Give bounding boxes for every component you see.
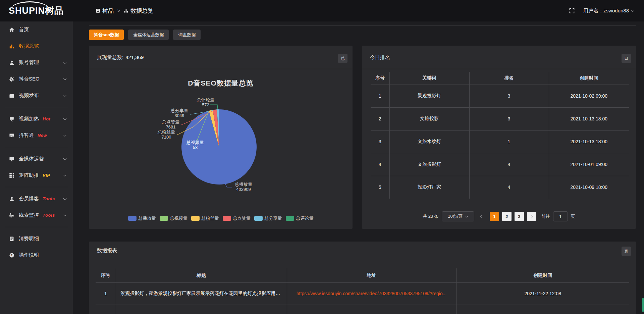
app-root: SHUPIN树品 树品>数据总览 用户名：zswodun88 首页数据总览账号管…: [0, 0, 644, 314]
gear-icon: [9, 76, 14, 82]
sidebar-item-抖音SEO[interactable]: 抖音SEO: [0, 71, 73, 87]
legend-label: 总点赞量: [233, 215, 251, 221]
table-row[interactable]: 5投影灯厂家42021-10-09 18:00: [371, 176, 629, 199]
scrollbar-thumb[interactable]: [642, 298, 644, 312]
report-panel-header: 数据报表 表: [89, 242, 636, 261]
sidebar-item-label: 抖客通: [19, 132, 34, 139]
legend-item-总视频量[interactable]: 总视频量: [160, 215, 187, 221]
table-cell: 文旅投影: [389, 107, 469, 130]
column-header: 排名: [469, 72, 549, 85]
chevron-down-icon: [63, 117, 67, 120]
table-cell: 投影灯厂家: [389, 176, 469, 199]
sidebar-item-线索监控[interactable]: 线索监控Tools: [0, 207, 73, 223]
legend-label: 总粉丝量: [202, 215, 219, 221]
page-size-select[interactable]: 10条/页: [442, 211, 474, 221]
sidebar-item-账号管理[interactable]: 账号管理: [0, 54, 73, 71]
table-cell: 4: [469, 153, 549, 176]
chevron-down-icon: [63, 60, 67, 64]
sidebar-item-label: 视频加热: [19, 116, 39, 122]
grid-icon: [9, 173, 14, 178]
page-buttons: 123: [490, 212, 524, 221]
sidebar-item-label: 全媒体运营: [19, 156, 44, 162]
table-row[interactable]: 3文旅水纹灯12021-10-13 18:00: [371, 130, 629, 153]
pie-label-fans: 总粉丝量 7100: [152, 129, 181, 140]
sidebar-item-label: 账号管理: [19, 59, 39, 66]
legend-item-总评论量[interactable]: 总评论量: [286, 215, 314, 221]
chevron-down-icon: [63, 173, 67, 176]
page-button-1[interactable]: 1: [490, 212, 499, 221]
chart-bar-icon: [9, 44, 14, 49]
sidebar-item-消费明细[interactable]: 消费明细: [0, 230, 73, 247]
chevron-down-icon: [63, 213, 67, 216]
prev-page-button[interactable]: [477, 212, 487, 221]
report-link[interactable]: https://www.iesdouyin.com/share/video/70…: [297, 291, 447, 296]
table-cell: 3: [469, 107, 549, 130]
table-row[interactable]: 1景观投影灯，夜游景观投影灯厂家展示展示落花灯在花园里的灯光投影应用效果 #..…: [96, 282, 629, 305]
page-button-3[interactable]: 3: [515, 212, 524, 221]
ranking-corner-badge[interactable]: 日: [622, 54, 631, 63]
report-table-body: 1景观投影灯，夜游景观投影灯厂家展示展示落花灯在花园里的灯光投影应用效果 #..…: [96, 282, 629, 314]
fullscreen-icon: [569, 8, 575, 13]
sidebar-item-首页[interactable]: 首页: [0, 21, 73, 38]
chevron-down-icon: [63, 157, 67, 160]
goto-page-input[interactable]: [553, 211, 568, 221]
legend-label: 总播放量: [139, 215, 156, 221]
breadcrumb-item[interactable]: 树品: [96, 7, 114, 15]
report-corner-badge[interactable]: 表: [622, 247, 631, 256]
pagination-total: 共 23 条: [423, 213, 439, 219]
pie-chart[interactable]: [89, 46, 353, 229]
sidebar-item-数据总览[interactable]: 数据总览: [0, 38, 73, 54]
table-row[interactable]: 2文旅投影32021-10-13 18:00: [371, 107, 629, 130]
sidebar-divider: [5, 147, 68, 147]
tab-抖音seo数据[interactable]: 抖音seo数据: [89, 30, 124, 40]
sidebar-item-badge: New: [38, 133, 47, 138]
table-cell: 1: [469, 130, 549, 153]
legend-item-总点赞量[interactable]: 总点赞量: [223, 215, 251, 221]
breadcrumb-separator: >: [117, 8, 120, 13]
sidebar-item-badge: VIP: [43, 173, 50, 178]
sidebar-item-badge: Tools: [43, 213, 55, 218]
chevron-down-icon: [63, 197, 67, 200]
page-button-2[interactable]: 2: [502, 212, 512, 221]
table-cell: 2021-10-13 18:00: [549, 107, 629, 130]
ranking-panel-title: 今日排名: [370, 54, 390, 61]
chart-bar-icon: [124, 8, 128, 13]
sidebar-divider: [5, 187, 68, 187]
pie-label-comments: 总评论量 572: [191, 97, 220, 107]
breadcrumb-item[interactable]: 数据总览: [124, 7, 153, 15]
sidebar-item-label: 数据总览: [19, 43, 39, 49]
chevron-down-icon: [63, 133, 67, 137]
member-icon: [9, 196, 14, 202]
pie-label-shares: 总分享量 3049: [165, 108, 194, 118]
table-row[interactable]: 1景观投影灯32021-10-02 09:00: [371, 85, 629, 107]
tab-询盘数据[interactable]: 询盘数据: [173, 30, 201, 40]
user-menu[interactable]: 用户名：zswodun88: [583, 8, 634, 14]
sidebar-item-矩阵助推[interactable]: 矩阵助推VIP: [0, 167, 73, 184]
sidebar-item-全媒体运营[interactable]: 全媒体运营: [0, 151, 73, 167]
goto-unit: 页: [571, 213, 575, 219]
legend-item-总播放量[interactable]: 总播放量: [128, 215, 156, 221]
breadcrumb-divider: [89, 25, 636, 26]
table-cell: 2021-10-01 09:00: [549, 153, 629, 176]
legend-item-总分享量[interactable]: 总分享量: [254, 215, 282, 221]
ranking-panel-header: 今日排名 日: [362, 46, 636, 69]
legend-swatch: [286, 216, 294, 221]
table-header-row: 序号关键词排名创建时间: [371, 72, 629, 85]
table-cell: 5: [371, 176, 389, 199]
sidebar-item-label: 抖音SEO: [19, 76, 40, 82]
sidebar-item-会员爆客[interactable]: 会员爆客Tools: [0, 191, 73, 207]
next-page-button[interactable]: [527, 212, 536, 221]
tab-全媒体运营数据[interactable]: 全媒体运营数据: [128, 30, 169, 40]
sidebar-item-视频加热[interactable]: 视频加热Hot: [0, 111, 73, 127]
fullscreen-icon[interactable]: [569, 8, 575, 13]
legend-item-总粉丝量[interactable]: 总粉丝量: [191, 215, 219, 221]
sidebar-item-操作说明[interactable]: ?操作说明: [0, 247, 73, 263]
sidebar-item-抖客通[interactable]: 抖客通New: [0, 127, 73, 144]
chevron-down-icon: [63, 93, 67, 97]
question-icon: ?: [9, 253, 14, 258]
sidebar-item-视频发布[interactable]: 视频发布: [0, 87, 73, 104]
breadcrumb-label: 数据总览: [130, 7, 153, 15]
chat-icon: [9, 133, 14, 138]
screen-icon: [9, 116, 14, 122]
table-row[interactable]: 4文旅投影灯42021-10-01 09:00: [371, 153, 629, 176]
